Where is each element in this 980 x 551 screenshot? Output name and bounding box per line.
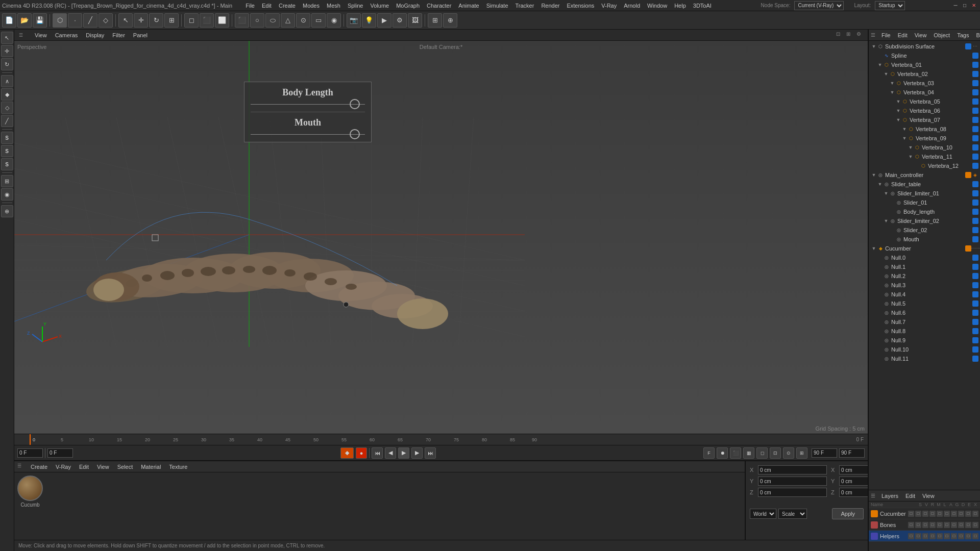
tree-item-vertebra-05[interactable]: ▼ ⬡ Vertebra_05 (869, 97, 980, 106)
tree-item-main-controller[interactable]: ▼ ◎ Main_controller ◈ (869, 170, 980, 180)
tree-item-null2[interactable]: ◎ Null.2 (869, 271, 980, 281)
goto-start-button[interactable]: ⏮ (372, 447, 383, 459)
tree-item-null11[interactable]: ◎ Null.11 (869, 354, 980, 363)
tree-item-vertebra-06[interactable]: ▼ ⬡ Vertebra_06 (869, 106, 980, 115)
vertebra08-expand-icon[interactable]: ▼ (901, 127, 908, 132)
minimize-button[interactable]: ─ (951, 2, 960, 10)
tree-item-slider-table[interactable]: ▼ ◎ Slider_table (869, 180, 980, 189)
panel-file-btn[interactable]: File (878, 31, 894, 39)
slider-table-expand-icon[interactable]: ▼ (877, 182, 883, 187)
bottom-create-menu[interactable]: Create (29, 463, 50, 471)
bottom-menu-icon[interactable]: ☰ (17, 463, 24, 470)
save-file-button[interactable]: 💾 (33, 13, 47, 28)
viewport-menu-icon[interactable]: ☰ (17, 32, 24, 39)
panel-view-btn[interactable]: View (912, 31, 930, 39)
sphere-button[interactable]: ○ (250, 13, 264, 28)
menu-edit[interactable]: Edit (259, 2, 275, 10)
select-lt-button[interactable]: ↖ (1, 32, 13, 44)
knife-lt-button[interactable]: ∧ (1, 75, 13, 87)
x-pos-input[interactable] (758, 465, 827, 474)
tree-item-null1[interactable]: ◎ Null.1 (869, 262, 980, 271)
bones-layer-a-icon[interactable]: □ (944, 522, 950, 528)
bottom-view-menu[interactable]: View (95, 463, 111, 471)
end-frame-input[interactable] (812, 448, 837, 458)
s3-lt-button[interactable]: S (1, 158, 13, 170)
bones-layer-r-icon[interactable]: □ (922, 522, 928, 528)
misc-lt-button[interactable]: ⊕ (1, 205, 13, 217)
vertebra04-expand-icon[interactable]: ▼ (889, 90, 895, 95)
menu-create[interactable]: Create (276, 2, 299, 10)
viewport-view-menu[interactable]: View (33, 31, 49, 39)
cucumber-layer-s-icon[interactable]: □ (908, 511, 914, 517)
maximize-button[interactable]: □ (961, 2, 969, 10)
front-view-button[interactable]: ⬜ (215, 13, 229, 28)
model-mode-button[interactable]: ⬡ (53, 13, 67, 28)
close-button[interactable]: ✕ (970, 2, 978, 10)
bones-layer-g-icon[interactable]: □ (951, 522, 957, 528)
start-frame-input[interactable] (47, 448, 73, 458)
step-back-button[interactable]: ◀ (385, 447, 396, 459)
tree-item-vertebra-01[interactable]: ▼ ⬡ Vertebra_01 (869, 60, 980, 69)
vertebra01-expand-icon[interactable]: ▼ (877, 62, 883, 67)
panel-menu-icon[interactable]: ☰ (871, 32, 875, 38)
menu-help[interactable]: Help (671, 2, 689, 10)
viewport-display-menu[interactable]: Display (84, 31, 106, 39)
cucumber-layer-v-icon[interactable]: □ (915, 511, 921, 517)
tree-item-vertebra-11[interactable]: ▼ ⬡ Vertebra_11 (869, 152, 980, 161)
fps-button5[interactable]: ◻ (756, 447, 768, 459)
cucumber-expand-icon[interactable]: ▼ (871, 246, 877, 251)
menu-vray[interactable]: V-Ray (598, 2, 620, 10)
bones-layer-s-icon[interactable]: □ (908, 522, 914, 528)
helpers-layer-a-icon[interactable]: □ (944, 533, 950, 539)
fps-button3[interactable]: ⬛ (730, 447, 741, 459)
helpers-layer-g-icon[interactable]: □ (951, 533, 957, 539)
tree-item-cucumber[interactable]: ▼ ◆ Cucumber ⋯⋯⋯⋯⋯ (869, 244, 980, 253)
panel-edit-btn[interactable]: Edit (895, 31, 911, 39)
fps-button4[interactable]: ▦ (743, 447, 754, 459)
cucumber-layer-x-icon[interactable]: □ (972, 511, 978, 517)
coord-system-select[interactable]: World Local (750, 509, 776, 519)
rotate-lt-button[interactable]: ↻ (1, 58, 13, 70)
viewport-content[interactable]: X Y Z Body Length (14, 41, 868, 434)
bottom-select-menu[interactable]: Select (115, 463, 135, 471)
render-view-button[interactable]: 🖼 (408, 13, 422, 28)
fps-button2[interactable]: ⏺ (717, 447, 728, 459)
layers-edit-btn[interactable]: Edit (902, 492, 918, 500)
tree-item-vertebra-08[interactable]: ▼ ⬡ Vertebra_08 (869, 124, 980, 134)
helpers-layer-s-icon[interactable]: □ (908, 533, 914, 539)
layer-helpers[interactable]: Helpers □ □ □ □ □ □ □ □ □ □ (869, 531, 980, 542)
brush-lt-button[interactable]: ◉ (1, 188, 13, 201)
move-tool-button[interactable]: ✛ (134, 13, 148, 28)
menu-mesh[interactable]: Mesh (324, 2, 344, 10)
plane-button[interactable]: ▭ (311, 13, 326, 28)
viewport[interactable]: ☰ View Cameras Display Filter Panel ⊡ ⊞ … (14, 30, 868, 434)
layers-menu-icon[interactable]: ☰ (871, 493, 875, 498)
helpers-layer-d-icon[interactable]: □ (958, 533, 964, 539)
tree-item-null10[interactable]: ◎ Null.10 (869, 345, 980, 354)
axis-button[interactable]: ⊕ (443, 13, 457, 28)
bones-layer-d-icon[interactable]: □ (958, 522, 964, 528)
helpers-layer-v-icon[interactable]: □ (915, 533, 921, 539)
tree-item-slider-01[interactable]: ◎ Slider_01 (869, 198, 980, 207)
polygon-mode-button[interactable]: ◇ (99, 13, 113, 28)
cucumber-layer-d-icon[interactable]: □ (958, 511, 964, 517)
menu-render[interactable]: Render (538, 2, 562, 10)
z-pos-input[interactable] (758, 488, 827, 497)
current-frame-input[interactable] (17, 448, 43, 458)
max-frame-input[interactable] (839, 448, 865, 458)
tree-item-null8[interactable]: ◎ Null.8 (869, 327, 980, 336)
tree-item-vertebra-10[interactable]: ▼ ⬡ Vertebra_10 (869, 143, 980, 152)
paint-lt-button[interactable]: ◆ (1, 88, 13, 101)
tree-item-slider-limiter-01[interactable]: ▼ ◎ Slider_limiter_01 (869, 189, 980, 198)
main-ctrl-expand-icon[interactable]: ▼ (871, 172, 877, 178)
vertebra02-expand-icon[interactable]: ▼ (883, 71, 889, 77)
tree-item-spline[interactable]: ∿ Spline (869, 51, 980, 60)
menu-tracker[interactable]: Tracker (512, 2, 537, 10)
vertebra09-expand-icon[interactable]: ▼ (901, 136, 908, 141)
s2-lt-button[interactable]: S (1, 145, 13, 157)
helpers-layer-x-icon[interactable]: □ (972, 533, 978, 539)
viewport-cameras-menu[interactable]: Cameras (53, 31, 80, 39)
layers-btn[interactable]: Layers (878, 492, 901, 500)
bottom-material-menu[interactable]: Material (139, 463, 163, 471)
menu-mograph[interactable]: MoGraph (393, 2, 423, 10)
